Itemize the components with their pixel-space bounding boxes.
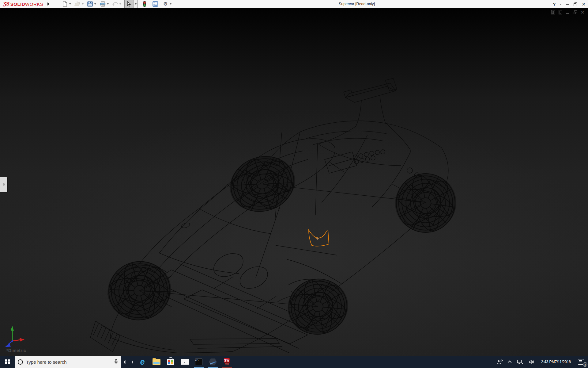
undo-arrow-icon [112, 2, 118, 6]
view-orientation-label: *Dimetric [6, 348, 26, 356]
hexagon-app-button[interactable] [206, 356, 220, 368]
file-properties-button[interactable] [152, 0, 159, 8]
print-button[interactable] [99, 0, 106, 8]
traffic-light-icon [143, 1, 146, 7]
new-document-icon [62, 1, 67, 7]
wheel-rear-right [390, 169, 461, 237]
close-button[interactable]: ✕ [582, 2, 586, 6]
tray-overflow-button[interactable] [507, 356, 513, 368]
open-dropdown[interactable] [81, 0, 85, 8]
store-icon [167, 359, 174, 365]
menu-flyout-button[interactable] [46, 1, 51, 7]
cortana-icon [18, 359, 23, 365]
window-title: Supercar [Read-only] [339, 0, 375, 8]
clock[interactable]: 2:43 PM 7/11/2018 [539, 356, 573, 368]
feature-manager-toggle-icon[interactable] [551, 10, 555, 14]
printer-icon [100, 1, 106, 7]
orientation-triad-icon[interactable] [5, 326, 24, 347]
undo-dropdown[interactable] [119, 0, 122, 8]
solidworks-logo: ƷS SOLIDWORKS [0, 0, 53, 8]
volume-icon [529, 359, 535, 364]
chevron-up-icon [508, 360, 512, 364]
save-dropdown[interactable] [93, 0, 97, 8]
open-folder-icon [74, 2, 81, 6]
task-pane-toggle-icon[interactable] [559, 10, 562, 14]
restore-button[interactable] [574, 2, 577, 6]
people-button[interactable] [496, 356, 505, 368]
volume-button[interactable] [527, 356, 536, 368]
print-dropdown[interactable] [106, 0, 110, 8]
car-wireframe [90, 78, 461, 353]
file-explorer-icon [153, 359, 160, 365]
mail-button[interactable] [178, 356, 192, 368]
brand-solid: SOLID [10, 2, 25, 7]
task-view-icon [126, 360, 131, 364]
people-icon [497, 359, 503, 364]
clock-date: 7/11/2018 [555, 360, 571, 364]
wheel-front-left [101, 254, 178, 327]
notification-badge: 3 [583, 362, 587, 367]
save-button[interactable] [87, 0, 93, 8]
edge-button[interactable]: e [135, 356, 149, 368]
ds-logo-icon: ƷS [3, 1, 9, 7]
network-button[interactable] [515, 356, 525, 368]
action-center-button[interactable]: 3 [576, 356, 586, 368]
edge-icon: e [140, 358, 145, 366]
file-explorer-button[interactable] [149, 356, 164, 368]
rebuild-button[interactable] [141, 0, 148, 8]
properties-list-icon [153, 1, 158, 7]
document-restore-button[interactable] [573, 10, 577, 14]
help-dropdown[interactable] [560, 4, 562, 5]
save-floppy-icon [87, 1, 93, 7]
taskbar-search[interactable] [15, 356, 121, 368]
task-view-button[interactable] [121, 356, 135, 368]
options-dropdown[interactable] [169, 0, 172, 8]
hexagon-app-icon [209, 358, 217, 366]
solidworks-2017-button[interactable]: SW 2017 [220, 356, 234, 368]
windows-logo-icon [5, 359, 10, 364]
title-bar: ƷS SOLIDWORKS [0, 0, 588, 8]
graphics-viewport[interactable]: ✕ [0, 8, 588, 356]
select-tool-dropdown[interactable] [133, 0, 138, 8]
network-icon [517, 359, 523, 364]
clock-time: 2:43 PM [541, 360, 555, 364]
new-document-dropdown[interactable] [68, 0, 72, 8]
windows-taskbar: e C:\_ SW 2017 [0, 356, 588, 368]
solidworks-2017-icon: SW 2017 [224, 358, 230, 366]
wheel-rear-left [222, 148, 303, 220]
search-input[interactable] [26, 359, 111, 365]
system-tray: 2:43 PM 7/11/2018 3 [496, 356, 588, 368]
open-button[interactable] [74, 0, 81, 8]
flyout-arrow-icon [47, 2, 50, 6]
undo-button[interactable] [112, 0, 119, 8]
cursor-arrow-icon [127, 1, 131, 7]
brand-works: WORKS [25, 2, 43, 7]
microphone-icon[interactable] [114, 359, 118, 365]
highlighted-sketch[interactable] [309, 230, 329, 246]
document-window-controls: ✕ [551, 10, 584, 14]
document-minimize-button[interactable] [566, 13, 569, 14]
document-close-button[interactable]: ✕ [581, 10, 584, 14]
wireframe-car-canvas[interactable] [0, 8, 588, 356]
command-prompt-icon: C:\_ [195, 358, 202, 365]
store-button[interactable] [164, 356, 178, 368]
select-tool-button[interactable] [124, 0, 138, 8]
command-prompt-button[interactable]: C:\_ [192, 356, 206, 368]
gear-icon: ⚙ [163, 2, 168, 6]
minimize-button[interactable] [566, 4, 569, 5]
quick-access-toolbar: ⚙ [62, 0, 175, 8]
start-button[interactable] [0, 356, 15, 368]
mail-icon [181, 359, 189, 365]
help-button[interactable]: ? [553, 2, 556, 7]
new-document-button[interactable] [62, 0, 68, 8]
options-button[interactable]: ⚙ [162, 0, 169, 8]
